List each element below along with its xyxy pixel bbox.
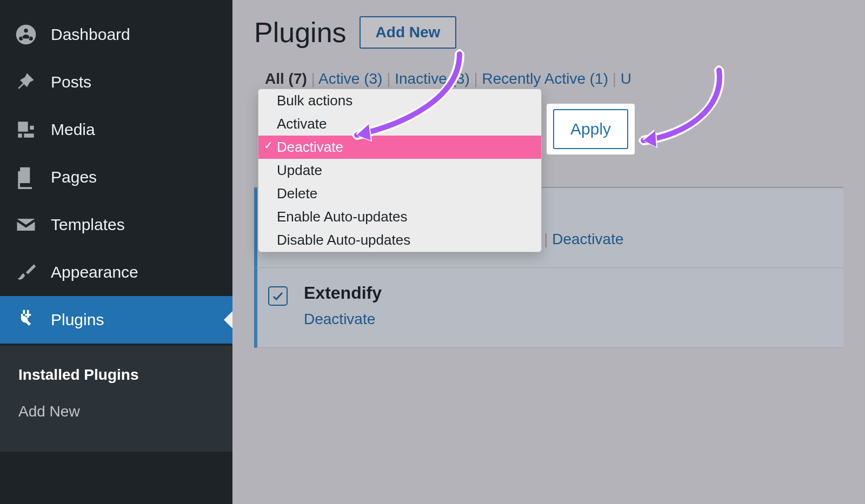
dropdown-option-enable-auto-updates[interactable]: Enable Auto-updates (258, 205, 541, 229)
plugin-filters: All (7) | Active (3) | Inactive (3) | Re… (254, 70, 843, 88)
sidebar-item-plugins[interactable]: Plugins (0, 296, 232, 344)
dropdown-option-deactivate[interactable]: Deactivate (258, 136, 541, 159)
filter-recently-active[interactable]: Recently Active (1) (482, 70, 608, 87)
sidebar-item-posts[interactable]: Posts (0, 58, 232, 106)
brush-icon (14, 260, 38, 284)
plugin-action-link[interactable]: Deactivate (304, 311, 375, 327)
dropdown-option-update[interactable]: Update (258, 159, 541, 182)
dropdown-option-delete[interactable]: Delete (258, 182, 541, 205)
sidebar-item-label: Media (51, 120, 95, 139)
bulk-action-dropdown: Bulk actions Activate Deactivate Update … (258, 89, 542, 252)
plugin-action-link[interactable]: Deactivate (552, 231, 623, 247)
dropdown-option-bulk-actions[interactable]: Bulk actions (258, 89, 541, 112)
sidebar-item-label: Dashboard (51, 25, 130, 44)
page-title: Plugins (254, 16, 347, 49)
sidebar-item-appearance[interactable]: Appearance (0, 248, 232, 296)
main-content: Plugins Add New All (7) | Active (3) | I… (232, 0, 865, 504)
admin-sidebar: Dashboard Posts Media Pages Templates Ap… (0, 0, 232, 504)
media-icon (14, 118, 38, 142)
filter-active[interactable]: Active (3) (318, 70, 382, 87)
plugin-row: Extendify Deactivate (254, 268, 843, 348)
sidebar-item-label: Templates (51, 216, 125, 234)
dashboard-icon (14, 23, 38, 46)
sidebar-item-templates[interactable]: Templates (0, 201, 232, 248)
sidebar-item-label: Posts (51, 73, 91, 91)
pages-icon (14, 165, 38, 189)
apply-button[interactable]: Apply (553, 109, 628, 149)
plugin-name: Extendify (304, 283, 382, 303)
plugin-actions: Deactivate (304, 311, 382, 328)
sidebar-item-label: Appearance (51, 263, 138, 281)
filter-update[interactable]: U (621, 70, 631, 87)
sidebar-item-pages[interactable]: Pages (0, 153, 232, 201)
sidebar-item-label: Plugins (51, 311, 104, 329)
sidebar-submenu: Installed Plugins Add New (0, 346, 232, 452)
page-header: Plugins Add New (254, 16, 843, 49)
plug-icon (14, 308, 38, 332)
sidebar-item-label: Pages (51, 168, 97, 186)
sidebar-sub-installed-plugins[interactable]: Installed Plugins (0, 357, 232, 393)
dropdown-option-activate[interactable]: Activate (258, 112, 541, 136)
sidebar-item-dashboard[interactable]: Dashboard (0, 11, 232, 58)
templates-icon (14, 213, 38, 237)
pin-icon (14, 70, 38, 94)
filter-all[interactable]: All (7) (265, 70, 307, 87)
dropdown-option-disable-auto-updates[interactable]: Disable Auto-updates (258, 229, 541, 252)
add-new-button[interactable]: Add New (360, 16, 457, 49)
plugin-checkbox[interactable] (268, 286, 288, 306)
filter-inactive[interactable]: Inactive (3) (395, 70, 470, 87)
sidebar-item-media[interactable]: Media (0, 106, 232, 153)
sidebar-sub-add-new[interactable]: Add New (0, 393, 232, 430)
